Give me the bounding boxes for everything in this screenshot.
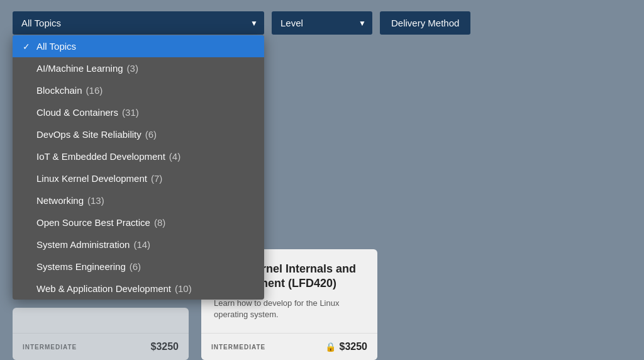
check-icon: ✓ <box>23 42 33 52</box>
topics-select[interactable]: All TopicsAI/Machine Learning (3)Blockch… <box>13 11 264 35</box>
dropdown-item-ai-ml[interactable]: AI/Machine Learning (3) <box>13 57 264 79</box>
card-2-desc: Learn how to develop for the Linux opera… <box>214 298 365 320</box>
dropdown-item-count: (31) <box>122 107 139 118</box>
course-card-1[interactable]: INTERMEDIATE $3250 <box>13 308 189 360</box>
dropdown-item-devops[interactable]: DevOps & Site Reliability (6) <box>13 123 264 145</box>
dropdown-item-blockchain[interactable]: Blockchain (16) <box>13 79 264 101</box>
dropdown-item-count: (13) <box>87 195 104 206</box>
level-select[interactable]: Level <box>272 11 372 35</box>
dropdown-item-count: (6) <box>145 129 157 140</box>
dropdown-item-label: Networking <box>36 195 84 206</box>
dropdown-item-iot[interactable]: IoT & Embedded Development (4) <box>13 145 264 167</box>
dropdown-item-sysadmin[interactable]: System Administration (14) <box>13 233 264 256</box>
card-2-level: INTERMEDIATE <box>211 344 265 351</box>
dropdown-item-count: (7) <box>151 173 162 184</box>
card-footer-1: INTERMEDIATE $3250 <box>13 333 189 360</box>
dropdown-item-label: IoT & Embedded Development <box>36 151 165 162</box>
dropdown-item-networking[interactable]: Networking (13) <box>13 189 264 211</box>
card-2-price-group: 🔒 $3250 <box>325 341 368 352</box>
dropdown-item-count: (8) <box>154 217 165 228</box>
dropdown-item-count: (6) <box>130 261 141 272</box>
dropdown-item-linux-kernel[interactable]: Linux Kernel Development (7) <box>13 167 264 189</box>
card-1-price: $3250 <box>151 341 179 352</box>
card-1-level: INTERMEDIATE <box>23 344 77 351</box>
card-2-price: $3250 <box>340 341 368 352</box>
card-footer-2: INTERMEDIATE 🔒 $3250 <box>201 333 377 360</box>
dropdown-item-label: Open Source Best Practice <box>36 217 150 228</box>
level-filter-wrapper: Level ▼ <box>272 11 372 35</box>
dropdown-item-open-source[interactable]: Open Source Best Practice (8) <box>13 211 264 233</box>
dropdown-item-web-dev[interactable]: Web & Application Development (10) <box>13 278 264 300</box>
dropdown-item-count: (14) <box>133 239 150 250</box>
dropdown-item-label: Blockchain <box>36 85 82 96</box>
dropdown-item-label: Cloud & Containers <box>36 107 118 118</box>
dropdown-item-count: (16) <box>86 85 103 96</box>
topics-filter-wrapper: All TopicsAI/Machine Learning (3)Blockch… <box>13 11 264 35</box>
dropdown-item-count: (3) <box>127 63 138 74</box>
dropdown-item-label: System Administration <box>36 239 130 250</box>
dropdown-item-count: (10) <box>175 283 192 294</box>
card-body-1 <box>13 308 189 333</box>
delivery-method-button[interactable]: Delivery Method <box>380 11 470 35</box>
dropdown-item-label: Linux Kernel Development <box>36 173 147 184</box>
dropdown-item-count: (4) <box>169 151 180 162</box>
lock-icon: 🔒 <box>325 342 336 352</box>
dropdown-item-label: AI/Machine Learning <box>36 63 123 74</box>
dropdown-item-systems-eng[interactable]: Systems Engineering (6) <box>13 256 264 278</box>
dropdown-item-label: DevOps & Site Reliability <box>36 129 142 140</box>
dropdown-item-all-topics[interactable]: ✓ All Topics <box>13 35 264 57</box>
dropdown-item-label: Systems Engineering <box>36 261 126 272</box>
dropdown-item-label: Web & Application Development <box>36 283 171 294</box>
topics-dropdown: ✓ All Topics AI/Machine Learning (3) Blo… <box>13 35 264 300</box>
dropdown-item-label: All Topics <box>36 41 76 52</box>
dropdown-item-cloud[interactable]: Cloud & Containers (31) <box>13 101 264 123</box>
